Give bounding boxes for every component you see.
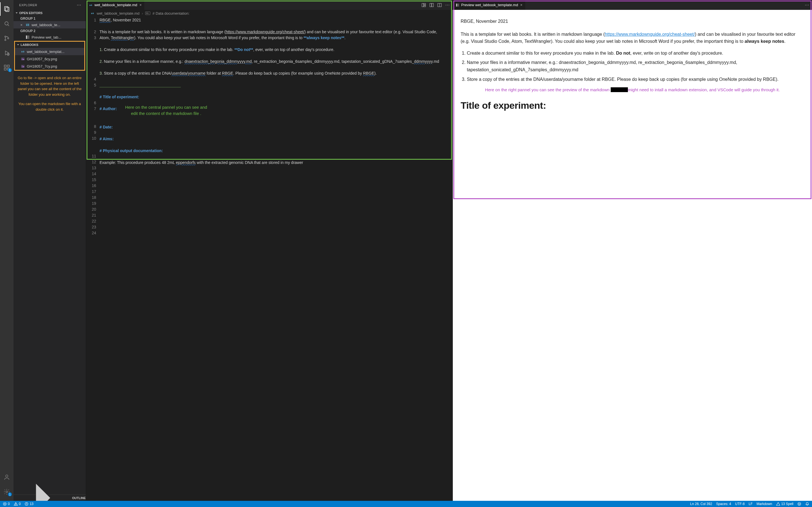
more-icon[interactable]: ⋯ — [77, 2, 82, 8]
list-item: Name your files in a informative manner,… — [467, 59, 804, 73]
preview-icon — [456, 3, 460, 7]
breadcrumb[interactable]: wet_labbook_template.md › M↓ # Data docu… — [86, 10, 453, 17]
close-icon[interactable]: × — [520, 3, 522, 7]
notifications-icon[interactable] — [805, 502, 809, 506]
svg-point-36 — [15, 505, 16, 505]
svg-point-20 — [22, 58, 23, 59]
preview-heading: Title of experiment: — [461, 98, 804, 113]
tab-label: Preview wet_labbook_template.md — [461, 3, 518, 7]
search-icon[interactable] — [0, 17, 13, 31]
file-item[interactable]: wet_labbook_templat... — [15, 48, 84, 55]
split-preview-icon[interactable] — [429, 3, 434, 7]
folder-header[interactable]: LABBOOKS — [15, 42, 84, 48]
list-item: Create a document similar to this for ev… — [467, 50, 804, 57]
annotation-box-orange: LABBOOKS wet_labbook_templat... GH18057_… — [14, 41, 85, 71]
editor-group-preview: Preview wet_labbook_template.md × ⋯ RBGE… — [453, 0, 812, 501]
tab-label: wet_labbook_template.md — [94, 3, 137, 7]
status-errors[interactable]: 0 — [3, 502, 10, 506]
preview-paragraph: This is a template for wet lab books. It… — [461, 31, 804, 45]
svg-point-4 — [5, 36, 6, 37]
svg-point-15 — [6, 475, 8, 477]
status-bar: 0 0 13 Ln 28, Col 392 Spaces: 4 UTF-8 LF… — [0, 501, 812, 507]
file-item[interactable]: GH18057_6cy.png — [15, 55, 84, 62]
svg-point-42 — [800, 503, 800, 504]
file-label: GH18057_6cy.png — [27, 57, 57, 61]
tab-bar: Preview wet_labbook_template.md × ⋯ — [453, 0, 812, 10]
outline-header[interactable]: OUTLINE — [13, 495, 86, 501]
close-icon[interactable]: × — [19, 23, 24, 27]
activity-bar: 1 1 — [0, 0, 13, 501]
breadcrumb-item[interactable]: wet_labbook_template.md — [97, 11, 140, 15]
svg-rect-18 — [28, 36, 29, 39]
svg-rect-27 — [432, 3, 434, 7]
annotation-text: Here on the right pannel you can see the… — [461, 87, 804, 93]
symbol-icon: M↓ — [145, 11, 150, 15]
open-editors-header[interactable]: OPEN EDITORS — [13, 10, 86, 16]
svg-point-5 — [5, 40, 6, 41]
status-spell[interactable]: 13 Spell — [776, 502, 794, 506]
svg-point-39 — [27, 503, 27, 503]
editor-group-code: wet_labbook_template.md × ⋯ wet_labbook_… — [86, 0, 453, 501]
group-2-label: GROUP 2 — [13, 29, 86, 34]
status-info[interactable]: 13 — [24, 502, 33, 506]
svg-point-2 — [5, 22, 8, 25]
markdown-file-icon — [91, 11, 94, 15]
image-file-icon — [20, 64, 25, 68]
source-control-icon[interactable] — [0, 32, 13, 45]
preview-paragraph: RBGE, November 2021 — [461, 18, 804, 25]
status-cursor[interactable]: Ln 28, Col 392 — [690, 502, 712, 506]
svg-rect-17 — [26, 36, 28, 39]
open-preview-icon[interactable] — [421, 3, 426, 7]
open-editor-item[interactable]: Preview wet_lab... — [13, 34, 86, 41]
status-spaces[interactable]: Spaces: 4 — [716, 502, 731, 506]
sidebar-title: EXPLORER⋯ — [13, 0, 86, 10]
more-icon[interactable]: ⋯ — [445, 2, 450, 8]
markdown-preview[interactable]: RBGE, November 2021 This is a template f… — [453, 10, 812, 501]
extensions-icon[interactable]: 1 — [0, 61, 13, 74]
code-editor[interactable]: 123456789101112131415161718192021222324 … — [86, 17, 453, 501]
breadcrumb-item[interactable]: # Data documentation: — [153, 11, 190, 15]
preview-list: Create a document similar to this for ev… — [467, 50, 804, 83]
annotation-text: Go to file -> open and click on an entir… — [13, 71, 86, 117]
explorer-icon[interactable] — [0, 2, 13, 16]
markdown-file-icon — [20, 49, 25, 54]
group-1-label: GROUP 1 — [13, 16, 86, 21]
file-label: Preview wet_lab... — [32, 35, 61, 40]
editor-actions: ⋯ — [805, 0, 812, 10]
preview-icon — [26, 35, 30, 40]
gear-icon[interactable]: 1 — [0, 485, 13, 499]
svg-rect-14 — [7, 65, 9, 67]
status-encoding[interactable]: UTF-8 — [735, 502, 745, 506]
close-icon[interactable]: × — [140, 3, 142, 7]
account-icon[interactable] — [0, 470, 13, 484]
feedback-icon[interactable] — [797, 502, 801, 506]
file-label: wet_labbook_te... — [32, 23, 60, 27]
markdown-file-icon — [89, 3, 93, 7]
file-item[interactable]: GH18057_7cy.png — [15, 62, 84, 70]
svg-point-25 — [424, 4, 425, 6]
run-debug-icon[interactable] — [0, 46, 13, 60]
code-content[interactable]: RBGE, November 2021 This is a template f… — [100, 17, 453, 501]
file-label: GH18057_7cy.png — [27, 64, 57, 68]
svg-point-40 — [798, 503, 801, 506]
svg-rect-12 — [4, 68, 6, 70]
split-editor-icon[interactable] — [437, 3, 442, 7]
markdown-file-icon — [26, 22, 30, 27]
status-language[interactable]: Markdown — [756, 502, 772, 506]
svg-point-6 — [8, 38, 9, 39]
file-label: wet_labbook_templat... — [27, 50, 64, 54]
status-eol[interactable]: LF — [749, 502, 753, 506]
line-gutter: 123456789101112131415161718192021222324 — [86, 17, 100, 501]
preview-link[interactable]: https://www.markdownguide.org/cheat-shee… — [605, 32, 695, 37]
editor-actions: ⋯ — [421, 0, 453, 10]
image-file-icon — [20, 57, 25, 61]
open-editor-item[interactable]: × wet_labbook_te... — [13, 21, 86, 29]
svg-point-22 — [22, 66, 23, 66]
sidebar: EXPLORER⋯ OPEN EDITORS GROUP 1 × wet_lab… — [13, 0, 86, 501]
status-warnings[interactable]: 0 — [14, 502, 21, 506]
preview-tab[interactable]: Preview wet_labbook_template.md × — [453, 0, 525, 10]
editor-tab[interactable]: wet_labbook_template.md × — [86, 0, 145, 10]
more-icon[interactable]: ⋯ — [805, 2, 809, 8]
svg-rect-31 — [458, 3, 459, 6]
editor-area: wet_labbook_template.md × ⋯ wet_labbook_… — [86, 0, 812, 501]
